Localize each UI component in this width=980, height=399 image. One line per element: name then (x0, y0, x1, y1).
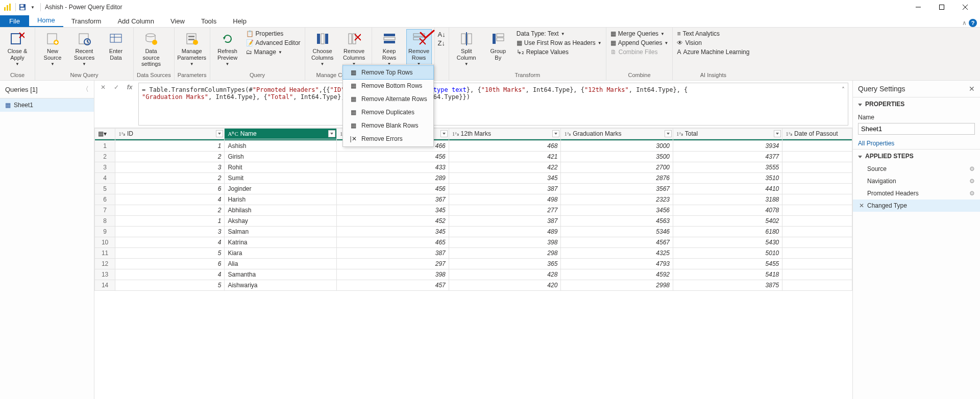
cell-total[interactable]: 5402 (673, 216, 782, 227)
choose-columns-button[interactable]: Choose Columns▼ (308, 30, 337, 66)
col-filter-icon[interactable] (328, 130, 335, 137)
tab-tools[interactable]: Tools (193, 15, 225, 27)
cell-12th[interactable]: 498 (449, 194, 561, 205)
cell-id[interactable]: 6 (115, 259, 225, 269)
cell-10th[interactable]: 345 (337, 205, 449, 216)
cell-10th[interactable]: 367 (337, 194, 449, 205)
row-number[interactable]: 3 (95, 162, 115, 173)
cell-10th[interactable]: 387 (337, 248, 449, 259)
cell-name[interactable]: Sumit (225, 173, 337, 184)
col-filter-icon[interactable] (774, 130, 781, 137)
cell-total[interactable]: 3934 (673, 141, 782, 152)
cell-12th[interactable]: 277 (449, 205, 561, 216)
undo-dropdown-icon[interactable]: ▼ (28, 3, 37, 12)
cell-id[interactable]: 5 (115, 248, 225, 259)
table-row[interactable]: 13 4 Samantha 398 428 4592 5418 (95, 269, 852, 280)
tab-home[interactable]: Home (29, 14, 63, 27)
cell-grad[interactable]: 3500 (561, 152, 673, 162)
close-apply-button[interactable]: Close & Apply▼ (3, 30, 32, 66)
collapse-queries-icon[interactable]: 〈 (82, 85, 89, 94)
row-number[interactable]: 6 (95, 194, 115, 205)
cell-name[interactable]: Harish (225, 194, 337, 205)
cell-name[interactable]: Akshay (225, 216, 337, 227)
cell-10th[interactable]: 456 (337, 184, 449, 194)
cell-grad[interactable]: 3000 (561, 141, 673, 152)
cell-date[interactable] (782, 141, 852, 152)
tab-help[interactable]: Help (225, 15, 255, 27)
table-row[interactable]: 10 4 Katrina 465 398 4567 5430 (95, 237, 852, 248)
cell-id[interactable]: 6 (115, 184, 225, 194)
cell-date[interactable] (782, 237, 852, 248)
cell-10th[interactable]: 456 (337, 152, 449, 162)
cell-12th[interactable]: 365 (449, 259, 561, 269)
menu-remove-blank-rows[interactable]: ▦Remove Blank Rows (343, 119, 433, 132)
cell-id[interactable]: 4 (115, 237, 225, 248)
menu-remove-errors[interactable]: |✕Remove Errors (343, 132, 433, 145)
split-column-button[interactable]: Split Column▼ (452, 30, 481, 66)
tab-transform[interactable]: Transform (63, 15, 110, 27)
advanced-editor-button[interactable]: 📝Advanced Editor (245, 39, 302, 47)
cell-10th[interactable]: 345 (337, 227, 449, 237)
sort-desc-button[interactable]: Z↓ (438, 39, 446, 47)
cell-date[interactable] (782, 269, 852, 280)
enter-data-button[interactable]: Enter Data (102, 30, 130, 61)
cell-total[interactable]: 3555 (673, 162, 782, 173)
cell-date[interactable] (782, 280, 852, 291)
cell-10th[interactable]: 452 (337, 216, 449, 227)
cell-date[interactable] (782, 152, 852, 162)
keep-rows-button[interactable]: Keep Rows▼ (375, 30, 404, 66)
menu-remove-bottom-rows[interactable]: ▦Remove Bottom Rows (343, 79, 433, 92)
recent-sources-button[interactable]: Recent Sources▼ (70, 30, 99, 66)
applied-step[interactable]: Promoted Headers⚙ (853, 187, 980, 199)
cell-name[interactable]: Abhilash (225, 205, 337, 216)
close-settings-button[interactable]: ✕ (969, 85, 975, 93)
cell-12th[interactable]: 489 (449, 227, 561, 237)
cell-date[interactable] (782, 173, 852, 184)
query-item-sheet1[interactable]: ▦ Sheet1 (0, 98, 94, 112)
cell-name[interactable]: Samantha (225, 269, 337, 280)
column-header-total[interactable]: 1²₃Total (673, 129, 782, 139)
table-row[interactable]: 7 2 Abhilash 345 277 3456 4078 (95, 205, 852, 216)
cell-grad[interactable]: 2700 (561, 162, 673, 173)
cell-grad[interactable]: 5346 (561, 227, 673, 237)
column-header-id[interactable]: 1²₃ID (115, 129, 225, 139)
remove-columns-button[interactable]: Remove Columns▼ (340, 30, 369, 66)
applied-step[interactable]: ✕Changed Type (853, 199, 980, 212)
properties-button[interactable]: 📋Properties (245, 30, 302, 38)
cell-name[interactable]: Ashish (225, 141, 337, 152)
collapse-ribbon-icon[interactable]: ∧ (962, 19, 967, 27)
column-header-12th[interactable]: 1²₃12th Marks (449, 129, 561, 139)
cancel-formula-button[interactable]: ✕ (99, 83, 108, 92)
data-source-settings-button[interactable]: Data source settings (137, 30, 165, 67)
column-header-name[interactable]: AᴮCName (225, 129, 337, 139)
cell-12th[interactable]: 428 (449, 269, 561, 280)
cell-name[interactable]: Katrina (225, 237, 337, 248)
replace-values-button[interactable]: ↳₂ Replace Values (516, 48, 603, 56)
table-row[interactable]: 2 2 Girish 456 421 3500 4377 (95, 152, 852, 162)
menu-remove-alternate-rows[interactable]: ▦Remove Alternate Rows (343, 92, 433, 106)
append-queries-button[interactable]: ▦ Append Queries ▼ (609, 39, 670, 47)
step-gear-icon[interactable]: ⚙ (969, 190, 975, 197)
cell-grad[interactable]: 4567 (561, 237, 673, 248)
cell-name[interactable]: Girish (225, 152, 337, 162)
cell-12th[interactable]: 420 (449, 280, 561, 291)
cell-name[interactable]: Alia (225, 259, 337, 269)
cell-grad[interactable]: 2323 (561, 194, 673, 205)
cell-12th[interactable]: 468 (449, 141, 561, 152)
cell-10th[interactable]: 297 (337, 259, 449, 269)
text-analytics-button[interactable]: ≡ Text Analytics (676, 30, 750, 38)
cell-12th[interactable]: 387 (449, 184, 561, 194)
column-header-date[interactable]: 1²₃Date of Passout (782, 129, 852, 139)
cell-grad[interactable]: 4563 (561, 216, 673, 227)
table-row[interactable]: 14 5 Aishwariya 457 420 2998 3875 (95, 280, 852, 291)
cell-12th[interactable]: 398 (449, 237, 561, 248)
cell-total[interactable]: 3510 (673, 173, 782, 184)
cell-date[interactable] (782, 248, 852, 259)
cell-12th[interactable]: 421 (449, 152, 561, 162)
cell-id[interactable]: 3 (115, 227, 225, 237)
cell-grad[interactable]: 2998 (561, 280, 673, 291)
cell-date[interactable] (782, 162, 852, 173)
manage-parameters-button[interactable]: Manage Parameters▼ (178, 30, 206, 66)
table-row[interactable]: 9 3 Salman 345 489 5346 6180 (95, 227, 852, 237)
cell-name[interactable]: Joginder (225, 184, 337, 194)
